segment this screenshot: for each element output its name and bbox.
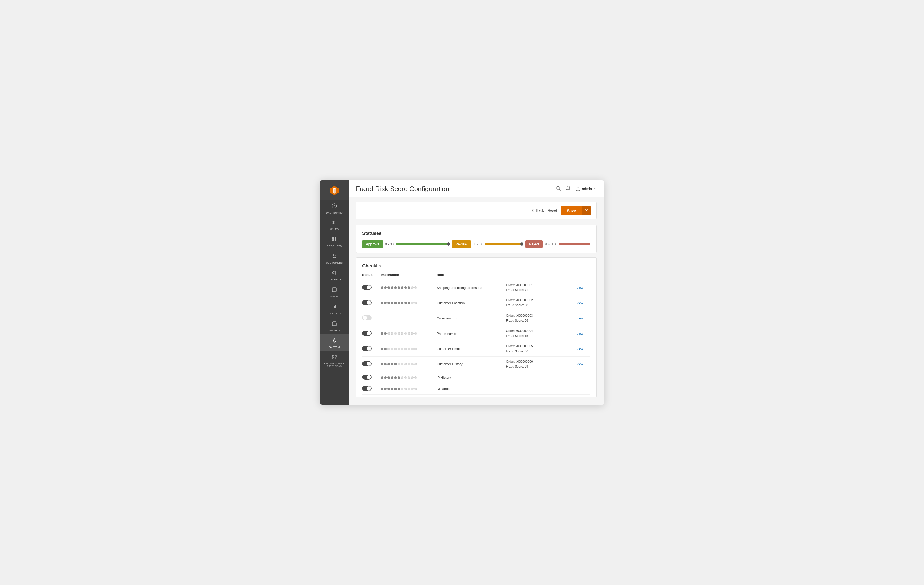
system-icon <box>332 337 337 344</box>
importance-cell <box>381 280 437 295</box>
back-label: Back <box>536 208 544 213</box>
dot-filled <box>381 286 383 289</box>
table-row: Distance <box>362 383 590 395</box>
view-link[interactable]: view <box>577 286 583 290</box>
sidebar-item-sales[interactable]: $ SALES <box>320 216 348 233</box>
toggle-cell <box>362 326 381 341</box>
view-link[interactable]: view <box>577 347 583 351</box>
dot-empty <box>404 363 407 365</box>
marketing-icon <box>332 270 337 277</box>
view-link[interactable]: view <box>577 332 583 335</box>
sidebar-item-label: CONTENT <box>328 295 341 298</box>
sidebar-logo <box>320 180 348 200</box>
svg-point-25 <box>577 187 579 189</box>
dot-filled <box>394 286 397 289</box>
sidebar-item-marketing[interactable]: MARKETING <box>320 267 348 283</box>
toggle[interactable] <box>362 285 371 290</box>
dot-filled <box>391 363 393 365</box>
sidebar-item-stores[interactable]: STORES <box>320 317 348 334</box>
dot-filled <box>394 388 397 390</box>
dot-filled <box>384 302 387 304</box>
toggle[interactable] <box>362 361 371 366</box>
back-button[interactable]: Back <box>531 208 544 213</box>
toggle[interactable] <box>362 346 371 351</box>
dot-filled <box>388 286 390 289</box>
importance-cell <box>381 295 437 311</box>
fraud-score: Fraud Score: 66 <box>506 350 528 353</box>
dot-empty <box>388 332 390 335</box>
dot-empty <box>404 376 407 379</box>
sidebar-item-dashboard[interactable]: DASHBOARD <box>320 200 348 216</box>
importance-dots <box>381 376 434 379</box>
dashboard-icon <box>332 203 337 210</box>
order-number: Order: #000000001 <box>506 283 533 287</box>
dot-empty <box>408 348 410 350</box>
dot-empty <box>411 332 414 335</box>
col-status: Status <box>362 273 381 280</box>
table-row: Customer LocationOrder: #000000002Fraud … <box>362 295 590 311</box>
sidebar-item-label: MARKETING <box>327 278 342 281</box>
dot-filled <box>394 302 397 304</box>
page-title: Fraud Risk Score Configuration <box>356 185 449 193</box>
order-info-cell <box>506 372 577 383</box>
dot-empty <box>414 332 417 335</box>
dot-empty <box>398 332 400 335</box>
customers-icon <box>332 253 337 260</box>
search-icon[interactable] <box>556 186 561 192</box>
checklist-section: Checklist Status Importance Rule Shippin… <box>356 258 597 397</box>
dot-filled <box>408 302 410 304</box>
dot-empty <box>408 388 410 390</box>
reset-button[interactable]: Reset <box>548 208 557 213</box>
sidebar-item-customers[interactable]: CUSTOMERS <box>320 250 348 267</box>
dot-filled <box>384 348 387 350</box>
bell-icon[interactable] <box>566 186 571 192</box>
dot-empty <box>411 302 414 304</box>
view-link[interactable]: view <box>577 301 583 305</box>
dot-empty <box>408 376 410 379</box>
dot-filled <box>384 286 387 289</box>
rule-cell: Order amount <box>436 311 506 326</box>
admin-user[interactable]: admin <box>576 186 597 192</box>
svg-rect-15 <box>333 307 333 309</box>
toggle[interactable] <box>362 375 371 380</box>
app-window: DASHBOARD $ SALES PRODUCTS CUSTOMERS MAR… <box>320 180 604 405</box>
dot-empty <box>411 348 414 350</box>
importance-dots <box>381 363 434 365</box>
stores-icon <box>332 321 337 327</box>
main-content: Fraud Risk Score Configuration admin <box>348 180 604 405</box>
sidebar-item-system[interactable]: SYSTEM <box>320 334 348 351</box>
view-link[interactable]: view <box>577 362 583 366</box>
svg-point-23 <box>557 187 559 189</box>
sidebar-item-label: STORES <box>329 329 340 332</box>
importance-cell <box>381 311 437 326</box>
dot-empty <box>401 348 403 350</box>
save-dropdown-button[interactable] <box>582 206 591 215</box>
toggle[interactable] <box>362 331 371 336</box>
order-info: Order: #000000006Fraud Score: 69 <box>506 359 574 369</box>
sidebar-item-products[interactable]: PRODUCTS <box>320 233 348 250</box>
dot-filled <box>384 332 387 335</box>
sidebar-item-content[interactable]: CONTENT <box>320 284 348 301</box>
admin-label: admin <box>582 187 592 191</box>
sidebar-item-partners[interactable]: FIND PARTNERS & EXTENSIONS <box>320 351 348 370</box>
view-cell: view <box>577 295 590 311</box>
dot-filled <box>381 376 383 379</box>
content-area: Back Reset Save Statuses Ap <box>348 197 604 405</box>
toggle[interactable] <box>362 386 371 391</box>
toggle[interactable] <box>362 300 371 305</box>
importance-cell <box>381 341 437 357</box>
dot-filled <box>404 302 407 304</box>
svg-rect-8 <box>332 240 334 241</box>
dot-empty <box>414 363 417 365</box>
save-button[interactable]: Save <box>561 206 582 215</box>
importance-cell <box>381 326 437 341</box>
toggle[interactable] <box>362 315 371 321</box>
toggle-cell <box>362 280 381 295</box>
view-link[interactable]: view <box>577 316 583 320</box>
svg-rect-7 <box>335 237 337 239</box>
svg-rect-11 <box>332 272 333 273</box>
dot-filled <box>408 286 410 289</box>
svg-rect-17 <box>335 305 336 309</box>
svg-rect-9 <box>335 240 337 241</box>
sidebar-item-reports[interactable]: REPORTS <box>320 301 348 317</box>
